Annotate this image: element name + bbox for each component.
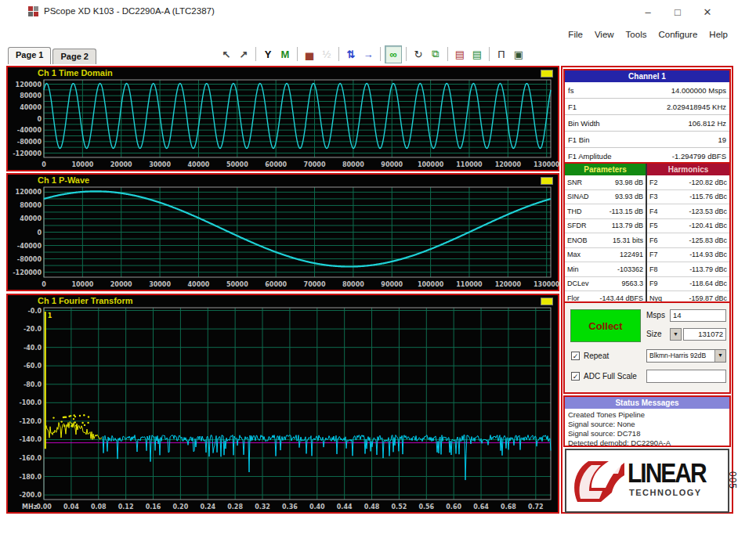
svg-text:-60.0: -60.0 — [24, 363, 42, 370]
fourier-legend-swatch[interactable] — [541, 298, 553, 305]
svg-text:90000: 90000 — [381, 281, 403, 288]
adc-full-scale-input[interactable] — [646, 370, 726, 383]
maximize-button[interactable]: □ — [667, 5, 688, 20]
msps-input[interactable]: 14 — [670, 309, 726, 322]
close-button[interactable]: ✕ — [697, 5, 718, 20]
app-icon-sq4 — [34, 12, 38, 16]
row-value: 9563.3 — [621, 280, 643, 287]
svg-text:60000: 60000 — [265, 281, 287, 288]
repeat-checkbox[interactable]: ✓ — [571, 352, 580, 360]
row-label: SINAD — [567, 193, 589, 200]
row-label: F6 — [649, 236, 658, 244]
time-domain-chart[interactable]: 12000080000400000-40000-80000-1200000100… — [8, 78, 558, 170]
collect-button[interactable]: Collect — [570, 309, 641, 342]
row-label: Bin Width — [568, 119, 600, 128]
figure-number: 005 — [727, 471, 738, 489]
svg-text:10000: 10000 — [71, 161, 93, 168]
menu-configure[interactable]: Configure — [658, 30, 697, 39]
measure-icon[interactable]: M — [277, 46, 293, 63]
table-row: F5-120.41 dBc — [647, 219, 729, 234]
row-label: fs — [568, 86, 573, 95]
p-wave-chart[interactable]: 12000080000400000-40000-80000-1200000100… — [8, 185, 558, 290]
half-scale-icon[interactable]: ½ — [319, 46, 335, 63]
window-select-icon[interactable]: ⧉ — [428, 46, 443, 63]
menu-help[interactable]: Help — [709, 30, 728, 39]
table-row: SNR93.98 dB — [565, 175, 646, 190]
svg-text:-80.0: -80.0 — [24, 381, 42, 388]
svg-text:50000: 50000 — [226, 161, 248, 168]
svg-text:120000: 120000 — [16, 189, 42, 196]
svg-text:0.68: 0.68 — [501, 503, 516, 511]
row-value: -120.41 dBc — [689, 222, 727, 229]
p-wave-legend-swatch[interactable] — [541, 177, 553, 185]
svg-text:50000: 50000 — [226, 281, 248, 288]
row-value: 2.029418945 KHz — [667, 103, 726, 111]
fourier-title: Ch 1 Fourier Transform — [38, 296, 133, 305]
size-value[interactable]: 131072 — [683, 328, 726, 341]
filter-y-icon[interactable]: Y — [260, 46, 276, 63]
status-line: Created Tones Pipeline — [568, 410, 726, 420]
window-type-combo[interactable]: Blkmn-Harris 92dB ▼ — [646, 349, 726, 363]
row-value: -118.64 dBc — [689, 280, 727, 287]
window-type-dropdown-arrow[interactable]: ▼ — [714, 350, 725, 362]
image-export-icon[interactable]: ▣ — [511, 46, 526, 63]
menu-tools[interactable]: Tools — [626, 30, 647, 39]
table-row: F9-118.64 dBc — [647, 277, 729, 292]
status-line: Signal source: DC718 — [568, 429, 726, 438]
menu-bar: FileViewToolsConfigureHelp — [568, 30, 728, 39]
svg-text:120000: 120000 — [495, 281, 522, 288]
svg-text:130000: 130000 — [534, 161, 560, 168]
svg-text:0: 0 — [37, 229, 42, 236]
tab-page-2[interactable]: Page 2 — [52, 49, 96, 64]
row-label: F1 Amplitude — [568, 152, 611, 161]
param-harmonic-box: Parameters Harmonics SNR93.98 dBSINAD93.… — [563, 162, 731, 308]
svg-text:0.72: 0.72 — [528, 503, 544, 511]
menu-view[interactable]: View — [595, 30, 614, 39]
minimize-button[interactable]: – — [638, 5, 658, 20]
connect-device-icon[interactable]: ∞ — [385, 45, 402, 63]
reload-icon[interactable]: ↻ — [411, 46, 426, 63]
svg-text:-80000: -80000 — [17, 139, 42, 146]
overlay-green-icon[interactable]: ▤ — [469, 46, 485, 63]
svg-text:0.44: 0.44 — [337, 503, 353, 511]
table-row: Max122491 — [565, 248, 646, 263]
fourier-chart[interactable]: -0.0-20.0-40.0-60.0-80.0-100.0-120.0-140… — [8, 305, 558, 512]
svg-text:110000: 110000 — [456, 161, 483, 168]
row-label: DCLev — [567, 280, 589, 287]
histogram-icon[interactable]: ▅ — [302, 46, 317, 63]
table-row: F3-115.76 dBc — [647, 190, 729, 205]
average-minmax-icon[interactable]: ⇅ — [343, 46, 359, 63]
pulse-icon[interactable]: Π — [494, 46, 509, 63]
repeat-label: Repeat — [584, 352, 609, 360]
overlay-red-icon[interactable]: ▤ — [452, 46, 468, 63]
size-dropdown-button[interactable]: ▼ — [670, 328, 682, 341]
pan-tool-icon[interactable]: ↗ — [236, 46, 251, 63]
row-label: F2 — [649, 179, 658, 186]
status-messages: Created Tones PipelineSignal source: Non… — [565, 409, 729, 449]
zoom-tool-icon[interactable]: ↖ — [219, 46, 234, 63]
adc-full-scale-checkbox[interactable]: ✓ — [571, 372, 580, 381]
svg-text:40000: 40000 — [20, 215, 42, 222]
toolbar-separator — [447, 47, 448, 61]
row-label: THD — [567, 207, 582, 215]
row-value: 19 — [718, 135, 726, 144]
linear-technology-logo-icon — [570, 455, 626, 507]
svg-text:-120000: -120000 — [13, 269, 42, 276]
time-domain-title: Ch 1 Time Domain — [38, 68, 113, 78]
time-domain-legend-swatch[interactable] — [541, 70, 553, 78]
row-label: Max — [567, 251, 581, 258]
table-row: ENOB15.31 bits — [565, 233, 646, 248]
row-value: 14.000000 Msps — [671, 86, 726, 95]
title-bar: PScope XD K103 - DC2290A-A (LTC2387) – □… — [0, 0, 756, 23]
tab-page-1[interactable]: Page 1 — [8, 47, 51, 64]
svg-text:0.20: 0.20 — [173, 503, 189, 511]
status-header: Status Messages — [565, 397, 729, 409]
continuous-avg-icon[interactable]: → — [360, 46, 376, 63]
svg-text:20000: 20000 — [110, 281, 132, 288]
harmonics-header: Harmonics — [647, 164, 729, 175]
table-row: F4-123.53 dBc — [647, 204, 729, 219]
row-value: -125.83 dBc — [689, 236, 727, 244]
menu-file[interactable]: File — [568, 30, 583, 39]
logo-box: LINEAR TECHNOLOGY — [565, 449, 729, 513]
svg-text:-160.0: -160.0 — [19, 455, 42, 462]
